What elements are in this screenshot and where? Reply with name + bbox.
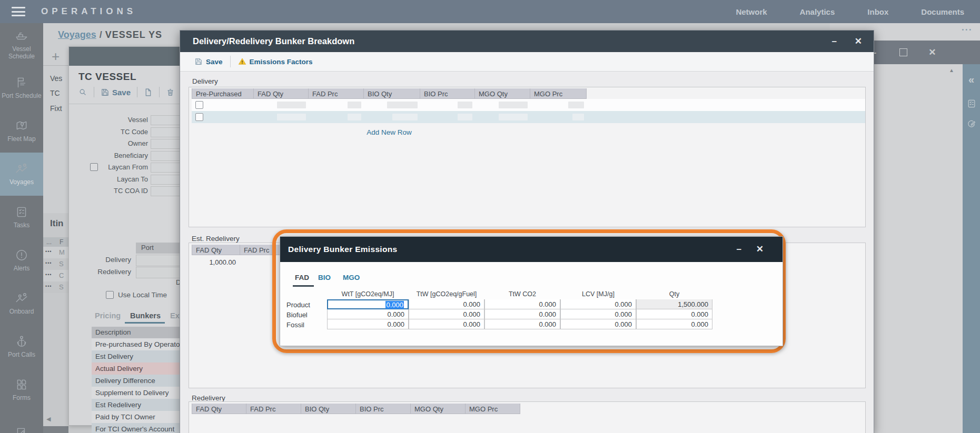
column-header[interactable]: MGO Qty [411,404,466,414]
ttw-fuel-input[interactable]: 0.000 [409,299,484,309]
port-column-header: F [60,238,63,246]
sidebar-item-fleet-map[interactable]: Fleet Map [0,109,43,153]
lcv-input[interactable]: 0.000 [560,319,636,329]
checklist-icon[interactable] [966,98,977,109]
add-new-row-link[interactable]: Add New Row [336,128,442,136]
edit-pen-icon[interactable] [966,118,977,129]
save-button[interactable]: Save [194,57,223,66]
row-handle-icon[interactable]: ••• [45,260,52,266]
column-header[interactable]: MGO Qty [475,88,530,99]
column-header[interactable]: MGO Prc [466,404,520,414]
save-button[interactable]: Save [101,88,131,97]
horizontal-scrollbar[interactable] [43,426,68,433]
sidebar-item-alerts[interactable]: Alerts [0,239,43,282]
column-header[interactable]: BIO Prc [356,404,411,414]
minimize-icon[interactable]: – [737,245,741,254]
window-options-dots-icon[interactable]: ••• [962,26,973,33]
skeleton-cell [568,102,584,108]
laycan-from-checkbox[interactable] [90,163,98,171]
sidebar-item-vessel-schedule[interactable]: Vessel Schedule [0,23,43,66]
use-local-time-checkbox[interactable] [106,291,114,299]
qty-input[interactable]: 0.000 [636,309,712,319]
nav-inbox[interactable]: Inbox [867,7,888,16]
row-checkbox[interactable] [195,113,203,121]
selected-value: 0.000 [385,301,404,309]
tab-bio[interactable]: BIO [318,274,331,281]
nav-network[interactable]: Network [736,7,767,16]
hamburger-menu-icon[interactable] [12,7,25,16]
column-header[interactable]: BIO Qty [301,404,356,414]
delivery-port-field[interactable] [136,255,184,266]
redelivery-port-field[interactable] [136,267,184,278]
maximize-icon[interactable] [899,48,907,56]
column-header[interactable]: FAD Qty [192,404,246,414]
nav-analytics[interactable]: Analytics [800,7,835,16]
delivery-table-row[interactable] [192,111,865,123]
alert-icon [15,248,28,262]
row-handle-icon[interactable]: ••• [45,249,52,254]
redelivery-section-label: Redelivery [192,394,225,402]
delete-icon[interactable] [166,88,175,97]
itinerary-title: Itin [50,218,64,229]
column-header[interactable]: FAD Qty [192,245,240,255]
new-document-icon[interactable] [144,88,153,97]
lcv-input[interactable]: 0.000 [560,299,636,309]
add-tab-button[interactable]: + [52,49,60,63]
sidebar-item-voyages[interactable]: Voyages [0,153,43,196]
tab-mgo[interactable]: MGO [343,274,360,281]
row-handle-icon[interactable]: ••• [45,284,52,289]
wtt-input-focused[interactable]: 0.000 [327,299,409,309]
skeleton-cell [277,114,306,120]
column-header[interactable]: FAD Prc [309,88,364,99]
wtt-input[interactable]: 0.000 [327,309,409,319]
lcv-input[interactable]: 0.000 [560,309,636,319]
nav-documents[interactable]: Documents [921,7,964,16]
sidebar-item-port-calls[interactable]: Port Calls [0,325,43,368]
row-checkbox[interactable] [195,101,203,109]
ttw-co2-input[interactable]: 0.000 [484,319,560,329]
ttw-co2-input[interactable]: 0.000 [484,299,560,309]
tab-bunkers[interactable]: Bunkers [130,311,161,320]
ttw-co2-input[interactable]: 0.000 [484,309,560,319]
sidebar-item-partial[interactable] [0,411,43,433]
route-icon [15,162,28,176]
qty-input[interactable]: 0.000 [636,319,712,329]
tab-expenses-partial[interactable]: Ex [170,311,180,320]
delivery-table-row[interactable] [192,99,865,111]
delivery-section-box: Pre-Purchased FAD Qty FAD Prc BIO Qty BI… [189,87,866,227]
scroll-left-arrow-icon[interactable]: ◀ [46,416,51,422]
emissions-factors-button[interactable]: Emissions Factors [238,57,313,66]
sidebar-item-port-schedule[interactable]: Port Schedule [0,66,43,109]
ttw-fuel-input[interactable]: 0.000 [409,319,484,329]
close-icon[interactable]: ✕ [756,245,764,254]
ttw-fuel-input[interactable]: 0.000 [409,309,484,319]
minimize-icon[interactable]: – [832,37,837,46]
tab-fad[interactable]: FAD [295,274,309,281]
row-handle-icon[interactable]: ••• [45,272,52,277]
sidebar-item-onboard[interactable]: Onboard [0,282,43,325]
column-header[interactable]: BIO Qty [364,88,420,99]
column-header: TtW [gCO2eq/gFuel] [409,289,484,299]
column-header[interactable]: MGO Prc [530,88,587,99]
modal-header[interactable]: Delivery Bunker Emissions – ✕ [280,237,783,262]
wtt-input[interactable]: 0.000 [327,319,409,329]
column-header[interactable]: FAD Qty [254,88,309,99]
use-local-time-row: Use Local Time [106,291,167,299]
column-header[interactable]: Pre-Purchased [192,88,254,99]
column-header[interactable]: BIO Prc [420,88,475,99]
modal-header[interactable]: Delivery/Redelivery Bunker Breakdown – ✕ [180,31,874,52]
app-title: OPERATIONS [41,6,136,17]
collapse-panel-icon[interactable]: « [968,74,974,86]
search-icon[interactable] [78,88,87,97]
sidebar-item-forms[interactable]: Forms [0,368,43,411]
tab-pricing[interactable]: Pricing [95,311,121,320]
sidebar-item-tasks[interactable]: Tasks [0,196,43,239]
close-icon[interactable]: ✕ [855,37,862,46]
right-side-panel: « [963,64,980,433]
close-icon[interactable]: ✕ [928,47,936,58]
skeleton-cell [572,114,584,120]
column-header[interactable]: FAD Prc [246,404,301,414]
scroll-up-arrow-icon[interactable]: ▲ [949,67,954,73]
breadcrumb-voyages-link[interactable]: Voyages [58,29,96,40]
itinerary-row-text: M [59,248,65,256]
